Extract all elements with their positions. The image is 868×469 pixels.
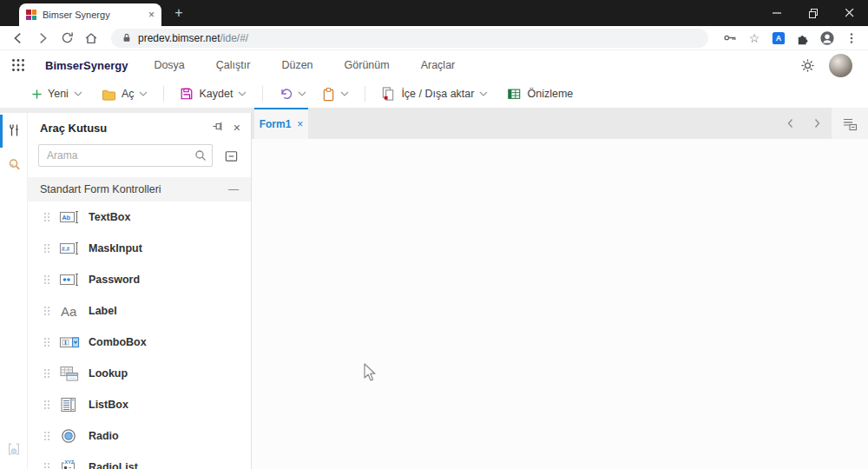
svg-text:XYZ: XYZ — [65, 459, 75, 465]
forward-icon[interactable] — [33, 29, 52, 48]
drag-handle-icon[interactable] — [43, 337, 50, 347]
plus-icon — [31, 89, 43, 100]
waffle-icon[interactable] — [9, 56, 28, 75]
editor-area: Form1 × — [252, 108, 868, 469]
browser-navbar: predev.bimser.net/ide/#/ ☆ A — [0, 26, 868, 50]
drag-handle-icon[interactable] — [43, 274, 50, 285]
menu-araclar[interactable]: Araçlar — [421, 59, 456, 71]
user-avatar[interactable] — [829, 54, 852, 77]
svg-text:Aa: Aa — [61, 304, 77, 319]
screen: Bimser Synergy × + — [0, 0, 868, 469]
tab-scroll-right-icon[interactable] — [811, 108, 823, 139]
search-icon — [194, 149, 207, 162]
toolbar-divider — [262, 86, 263, 102]
active-rail-indicator — [0, 115, 3, 148]
toolbox-item-radio[interactable]: Radio — [28, 420, 251, 452]
tab-scroll-left-icon[interactable] — [785, 108, 797, 139]
drag-handle-icon[interactable] — [43, 243, 50, 254]
toolbox-rail-icon[interactable] — [6, 122, 22, 138]
browser-tab[interactable]: Bimser Synergy × — [19, 3, 161, 26]
drag-handle-icon[interactable] — [43, 400, 50, 410]
browser-menu-icon[interactable] — [842, 29, 861, 48]
preview-button[interactable]: Önizleme — [503, 83, 576, 105]
toolbox-close-icon[interactable]: × — [233, 122, 240, 134]
menu-gorunum[interactable]: Görünüm — [345, 59, 390, 71]
chevron-down-icon — [340, 91, 349, 96]
settings-gear-icon[interactable] — [798, 56, 817, 75]
restore-button[interactable] — [795, 0, 832, 26]
undo-icon — [279, 87, 293, 101]
bookmark-star-icon[interactable]: ☆ — [745, 29, 764, 48]
close-button[interactable] — [832, 0, 868, 26]
new-button[interactable]: Yeni — [28, 83, 86, 105]
radiolist-icon: XYZ — [59, 459, 80, 469]
lookup-icon — [59, 365, 80, 382]
translate-icon[interactable]: A — [769, 29, 788, 48]
folder-icon — [102, 88, 116, 101]
paste-button[interactable] — [319, 83, 352, 105]
window-controls — [759, 0, 868, 26]
toolbox-section-header[interactable]: Standart Form Kontrolleri — — [28, 177, 251, 201]
toolbox-title: Araç Kutusu — [40, 122, 203, 135]
menu-duzen[interactable]: Düzen — [281, 59, 312, 71]
listbox-icon — [59, 396, 80, 413]
chevron-down-icon — [139, 91, 148, 96]
drag-handle-icon[interactable] — [43, 306, 50, 316]
toolbox-item-lookup[interactable]: Lookup — [28, 358, 251, 389]
inspect-rail-icon[interactable] — [6, 156, 22, 172]
chevron-down-icon — [238, 91, 247, 96]
editor-tabstrip: Form1 × — [252, 108, 868, 139]
toolbox-item-label[interactable]: Aa Label — [28, 295, 251, 327]
address-bar[interactable]: predev.bimser.net/ide/#/ — [111, 29, 708, 48]
toolbox-item-maskinput[interactable]: #.# MaskInput — [28, 233, 251, 264]
menu-calistir[interactable]: Çalıştır — [216, 59, 251, 71]
tab-close-icon[interactable]: × — [297, 119, 303, 129]
combobox-icon — [59, 334, 80, 351]
password-icon — [59, 271, 80, 288]
drag-handle-icon[interactable] — [43, 212, 50, 222]
site-favicon-icon — [26, 10, 36, 20]
svg-text:Ab: Ab — [62, 214, 70, 221]
search-input[interactable] — [38, 144, 213, 167]
app-toolbar: Yeni Aç Kaydet — [0, 80, 868, 108]
undo-button[interactable] — [275, 83, 310, 105]
preview-table-icon — [507, 87, 522, 101]
svg-text:#.#: #.# — [62, 246, 69, 252]
chevron-down-icon — [74, 91, 82, 96]
extensions-puzzle-icon[interactable] — [793, 29, 812, 48]
open-button[interactable]: Aç — [98, 83, 152, 105]
toolbox-item-radiolist[interactable]: XYZ RadioList — [28, 452, 251, 469]
password-key-icon[interactable] — [720, 29, 740, 48]
radio-icon — [59, 427, 80, 445]
tab-form1[interactable]: Form1 × — [254, 108, 308, 139]
drag-handle-icon[interactable] — [43, 368, 50, 379]
form-design-canvas[interactable] — [252, 139, 868, 469]
toolbar-divider — [163, 86, 164, 102]
toolbox-item-textbox[interactable]: Ab TextBox — [28, 201, 251, 233]
save-button[interactable]: Kaydet — [176, 83, 250, 105]
drag-handle-icon[interactable] — [43, 431, 50, 441]
profile-avatar-icon[interactable] — [818, 29, 837, 48]
toolbox-item-listbox[interactable]: ListBox — [28, 389, 251, 420]
collapse-section-icon[interactable]: — — [228, 183, 239, 195]
left-activity-rail — [0, 113, 28, 469]
home-icon[interactable] — [82, 29, 101, 48]
collapse-all-button[interactable] — [220, 144, 242, 167]
toolbox-item-combobox[interactable]: ComboBox — [28, 327, 251, 358]
reload-icon[interactable] — [57, 29, 76, 48]
chevron-down-icon — [298, 91, 306, 96]
drag-handle-icon[interactable] — [43, 462, 50, 469]
code-brackets-rail-icon[interactable] — [6, 441, 22, 457]
import-export-button[interactable]: İçe / Dışa aktar — [378, 83, 491, 105]
pin-icon[interactable] — [212, 120, 225, 136]
toolbox-header: Araç Kutusu × — [28, 113, 251, 139]
import-export-icon — [381, 86, 396, 102]
menu-dosya[interactable]: Dosya — [154, 59, 184, 71]
toolbox-items: Ab TextBox #.# Mask — [28, 201, 251, 469]
tab-list-button[interactable] — [832, 108, 868, 139]
new-tab-button[interactable]: + — [168, 3, 189, 23]
minimize-button[interactable] — [759, 0, 795, 26]
back-icon[interactable] — [9, 29, 28, 48]
toolbox-item-password[interactable]: Password — [28, 264, 251, 295]
browser-tab-close-icon[interactable]: × — [148, 10, 155, 20]
